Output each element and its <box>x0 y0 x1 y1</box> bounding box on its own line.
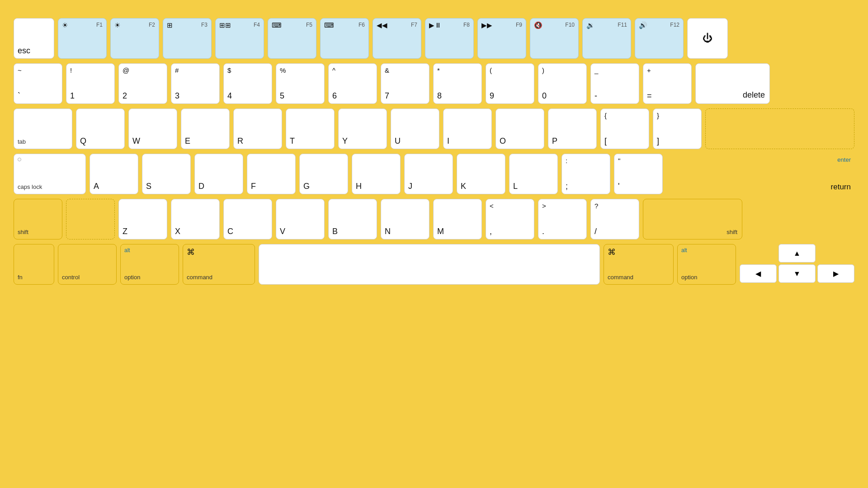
key-l[interactable]: L <box>509 154 558 194</box>
key-command-left[interactable]: ⌘ command <box>183 244 255 285</box>
key-a[interactable]: A <box>90 154 138 194</box>
key-minus[interactable]: _ - <box>590 63 639 104</box>
key-option-left[interactable]: alt option <box>120 244 179 285</box>
key-spacebar[interactable] <box>259 244 600 285</box>
key-z[interactable]: Z <box>118 199 167 239</box>
key-1[interactable]: ! 1 <box>66 63 115 104</box>
key-y[interactable]: Y <box>338 108 387 149</box>
key-d[interactable]: D <box>194 154 243 194</box>
key-p[interactable]: P <box>548 108 597 149</box>
key-f1[interactable]: ☀ F1 <box>58 18 107 59</box>
key-o[interactable]: O <box>495 108 544 149</box>
tab-row: tab Q W E R T Y U I O P { [ } ] <box>14 108 854 149</box>
key-backtick[interactable]: ~ ` <box>14 63 62 104</box>
key-semicolon[interactable]: : ; <box>561 154 610 194</box>
key-x[interactable]: X <box>171 199 220 239</box>
number-row: ~ ` ! 1 @ 2 # 3 $ 4 % 5 ^ 6 & 7 <box>14 63 854 104</box>
key-0[interactable]: ) 0 <box>538 63 587 104</box>
key-slash[interactable]: ? / <box>590 199 639 239</box>
key-enter[interactable]: enter return <box>666 154 854 194</box>
shift-row: shift Z X C V B N M < , > . ? / shift <box>14 199 854 239</box>
caps-indicator <box>18 158 21 161</box>
key-f[interactable]: F <box>247 154 296 194</box>
key-command-right[interactable]: ⌘ command <box>604 244 674 285</box>
key-8[interactable]: * 8 <box>433 63 482 104</box>
key-f7[interactable]: ◀◀ F7 <box>373 18 421 59</box>
key-f11[interactable]: 🔉 F11 <box>582 18 631 59</box>
key-v[interactable]: V <box>276 199 325 239</box>
key-shift-placeholder <box>66 199 115 239</box>
key-e[interactable]: E <box>181 108 230 149</box>
key-fn[interactable]: fn <box>14 244 54 285</box>
key-arrow-down[interactable]: ▼ <box>778 264 816 283</box>
key-s[interactable]: S <box>142 154 191 194</box>
key-9[interactable]: ( 9 <box>486 63 534 104</box>
key-u[interactable]: U <box>391 108 439 149</box>
enter-label-top: enter <box>666 154 854 163</box>
key-f5[interactable]: ⌨ F5 <box>268 18 316 59</box>
key-j[interactable]: J <box>404 154 453 194</box>
key-arrow-right[interactable]: ▶ <box>817 264 854 283</box>
key-equals[interactable]: + = <box>643 63 692 104</box>
key-arrow-left[interactable]: ◀ <box>740 264 777 283</box>
bottom-row: fn control alt option ⌘ command ⌘ comman… <box>14 244 854 285</box>
key-f6[interactable]: ⌨ F6 <box>320 18 369 59</box>
key-delete[interactable]: delete <box>695 63 770 104</box>
key-w[interactable]: W <box>128 108 177 149</box>
key-r[interactable]: R <box>233 108 282 149</box>
key-n[interactable]: N <box>381 199 429 239</box>
key-6[interactable]: ^ 6 <box>328 63 377 104</box>
key-bracket-left[interactable]: { [ <box>600 108 649 149</box>
key-backslash[interactable] <box>705 108 854 149</box>
key-f2[interactable]: ☀ F2 <box>110 18 159 59</box>
key-arrow-up[interactable]: ▲ <box>778 244 816 263</box>
key-k[interactable]: K <box>457 154 505 194</box>
key-f8[interactable]: ▶⏸ F8 <box>425 18 474 59</box>
key-m[interactable]: M <box>433 199 482 239</box>
key-esc[interactable]: esc <box>14 18 54 59</box>
key-5[interactable]: % 5 <box>276 63 325 104</box>
key-t[interactable]: T <box>286 108 335 149</box>
key-f12[interactable]: 🔊 F12 <box>635 18 684 59</box>
enter-label-bottom: return <box>666 183 854 194</box>
fn-row: esc ☀ F1 ☀ F2 ⊞ F3 ⊞⊞ F4 ⌨ F5 ⌨ F6 ◀◀ F7 <box>14 18 854 59</box>
key-c[interactable]: C <box>223 199 272 239</box>
key-f4[interactable]: ⊞⊞ F4 <box>215 18 264 59</box>
key-3[interactable]: # 3 <box>171 63 220 104</box>
key-tab[interactable]: tab <box>14 108 72 149</box>
key-period[interactable]: > . <box>538 199 587 239</box>
key-quote[interactable]: " ' <box>614 154 663 194</box>
key-power[interactable]: ⏻ <box>687 18 728 59</box>
key-2[interactable]: @ 2 <box>118 63 167 104</box>
key-bracket-right[interactable]: } ] <box>653 108 702 149</box>
arrow-keys: ▲ ◀ ▼ ▶ <box>740 244 854 283</box>
key-4[interactable]: $ 4 <box>223 63 272 104</box>
arrow-row-bottom: ◀ ▼ ▶ <box>740 264 854 283</box>
key-i[interactable]: I <box>443 108 492 149</box>
key-shift-left[interactable]: shift <box>14 199 62 239</box>
arrow-row-top: ▲ <box>740 244 854 263</box>
key-caps-lock[interactable]: caps lock <box>14 154 86 194</box>
keyboard: esc ☀ F1 ☀ F2 ⊞ F3 ⊞⊞ F4 ⌨ F5 ⌨ F6 ◀◀ F7 <box>14 18 854 285</box>
key-f10[interactable]: 🔇 F10 <box>530 18 579 59</box>
key-g[interactable]: G <box>299 154 348 194</box>
key-shift-right[interactable]: shift <box>643 199 742 239</box>
key-b[interactable]: B <box>328 199 377 239</box>
caps-row: caps lock A S D F G H J K L : ; " ' ente… <box>14 154 854 194</box>
key-7[interactable]: & 7 <box>381 63 429 104</box>
key-control[interactable]: control <box>58 244 117 285</box>
key-f9[interactable]: ▶▶ F9 <box>477 18 526 59</box>
key-h[interactable]: H <box>352 154 401 194</box>
key-option-right[interactable]: alt option <box>677 244 736 285</box>
key-q[interactable]: Q <box>76 108 125 149</box>
key-comma[interactable]: < , <box>486 199 534 239</box>
key-f3[interactable]: ⊞ F3 <box>163 18 212 59</box>
